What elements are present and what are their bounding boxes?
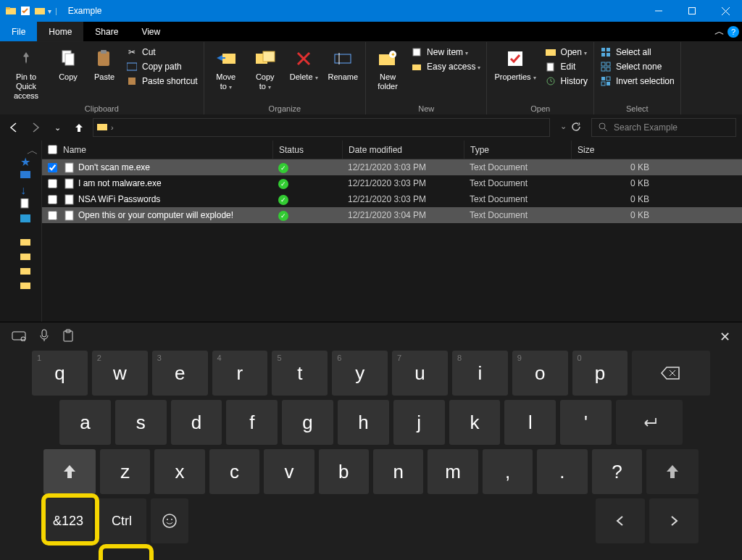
maximize-button[interactable]	[675, 0, 709, 22]
microphone-icon[interactable]	[39, 329, 49, 345]
key-k[interactable]: k	[449, 400, 501, 445]
row-checkbox[interactable]	[48, 211, 57, 220]
paste-button[interactable]: Paste	[88, 45, 120, 83]
key-f[interactable]: f	[226, 400, 278, 445]
key-m[interactable]: m	[428, 449, 478, 494]
key-l[interactable]: l	[504, 400, 556, 445]
quick-access-icon[interactable]: ★	[20, 155, 30, 165]
key-h[interactable]: h	[338, 400, 389, 445]
copy-path-button[interactable]: Copy path	[125, 61, 199, 72]
key-p[interactable]: 0p	[572, 351, 628, 396]
key-d[interactable]: d	[171, 400, 222, 445]
copy-button[interactable]: Copy	[52, 45, 84, 83]
delete-button[interactable]: Delete	[287, 45, 321, 84]
key-w[interactable]: 2w	[92, 351, 148, 396]
paste-shortcut-button[interactable]: Paste shortcut	[125, 75, 199, 87]
table-row[interactable]: Open this or your computer will explode!…	[42, 207, 742, 223]
search-box[interactable]: Search Example	[591, 118, 736, 137]
easy-access-button[interactable]: Easy access	[409, 61, 482, 72]
properties-button[interactable]: Properties	[491, 45, 538, 84]
new-folder-button[interactable]: ✦ New folder	[370, 45, 405, 93]
chevron-up-icon[interactable]: ︿	[27, 143, 37, 154]
key-b[interactable]: b	[319, 449, 369, 494]
key-u[interactable]: 7u	[392, 351, 448, 396]
key-n[interactable]: n	[373, 449, 423, 494]
key-q[interactable]: 1q	[32, 351, 88, 396]
key-v[interactable]: v	[264, 449, 314, 494]
table-row[interactable]: Don't scan me.exe ✓ 12/21/2020 3:03 PM T…	[42, 159, 742, 175]
table-row[interactable]: I am not malware.exe ✓ 12/21/2020 3:03 P…	[42, 175, 742, 191]
key-j[interactable]: j	[393, 400, 445, 445]
properties-icon[interactable]	[19, 4, 32, 17]
row-checkbox[interactable]	[48, 163, 57, 172]
key-.[interactable]: .	[537, 449, 587, 494]
history-button[interactable]: History	[543, 75, 589, 87]
column-name[interactable]: Name	[63, 145, 86, 155]
pictures-icon[interactable]	[20, 213, 30, 223]
column-status[interactable]: Status	[272, 141, 342, 159]
key-z[interactable]: z	[100, 449, 150, 494]
tab-home[interactable]: Home	[37, 22, 83, 41]
select-all-button[interactable]: Select all	[599, 46, 676, 58]
row-checkbox[interactable]	[48, 195, 57, 204]
breadcrumb-chevron-icon[interactable]: ›	[111, 123, 114, 132]
column-date[interactable]: Date modified	[342, 141, 464, 159]
tab-view[interactable]: View	[130, 22, 172, 41]
key-shift-left[interactable]	[43, 449, 96, 494]
key-c[interactable]: c	[209, 449, 259, 494]
copy-to-button[interactable]: Copy to	[248, 45, 283, 93]
clipboard-icon[interactable]	[62, 329, 74, 345]
keyboard-settings-icon[interactable]	[12, 330, 26, 344]
address-dropdown[interactable]: ⌄	[560, 122, 567, 134]
key-s[interactable]: s	[115, 400, 167, 445]
open-button[interactable]: Open	[543, 46, 589, 58]
recent-dropdown[interactable]: ⌄	[49, 120, 65, 135]
key-?[interactable]: ?	[592, 449, 642, 494]
folder-icon[interactable]	[20, 265, 30, 275]
row-checkbox[interactable]	[48, 179, 57, 188]
pin-quick-access-button[interactable]: Pin to Quick access	[4, 45, 48, 102]
key-enter[interactable]	[616, 400, 683, 445]
rename-button[interactable]: Rename	[325, 45, 362, 83]
key-x[interactable]: x	[154, 449, 204, 494]
forward-button[interactable]	[28, 120, 43, 135]
collapse-ribbon-icon[interactable]: ︿	[714, 25, 725, 38]
key-o[interactable]: 9o	[512, 351, 568, 396]
refresh-button[interactable]	[571, 122, 581, 134]
new-item-button[interactable]: New item	[409, 46, 482, 58]
address-bar[interactable]: ›	[93, 118, 550, 137]
minimize-button[interactable]	[642, 0, 675, 22]
key-g[interactable]: g	[282, 400, 333, 445]
close-keyboard-button[interactable]: ✕	[720, 329, 730, 345]
invert-selection-button[interactable]: Invert selection	[599, 75, 676, 87]
key-y[interactable]: 6y	[332, 351, 388, 396]
nav-pane[interactable]: ︿ ★ ↓	[0, 141, 42, 322]
key-e[interactable]: 3e	[152, 351, 208, 396]
folder-icon[interactable]	[20, 236, 30, 246]
key-ctrl[interactable]: Ctrl	[97, 498, 146, 543]
key-emoji[interactable]	[151, 498, 188, 543]
key-shift-right[interactable]	[646, 449, 699, 494]
edit-button[interactable]: Edit	[543, 61, 589, 72]
key-numsym[interactable]: &123	[43, 498, 93, 543]
column-size[interactable]: Size	[571, 141, 655, 159]
folder-icon[interactable]	[20, 280, 30, 290]
key-,[interactable]: ,	[483, 449, 533, 494]
select-all-checkbox[interactable]	[48, 145, 57, 154]
key-r[interactable]: 4r	[212, 351, 268, 396]
key-left-arrow[interactable]	[596, 498, 645, 543]
back-button[interactable]	[6, 120, 22, 135]
key-'[interactable]: '	[560, 400, 612, 445]
folder-icon[interactable]	[20, 251, 30, 261]
column-type[interactable]: Type	[464, 141, 571, 159]
select-none-button[interactable]: Select none	[599, 61, 676, 72]
table-row[interactable]: NSA WiFi Passwords ✓ 12/21/2020 3:03 PM …	[42, 191, 742, 207]
tab-share[interactable]: Share	[83, 22, 130, 41]
move-to-button[interactable]: Move to	[209, 45, 243, 93]
downloads-icon[interactable]: ↓	[20, 184, 30, 194]
close-button[interactable]	[709, 0, 742, 22]
cut-button[interactable]: ✂Cut	[125, 46, 199, 58]
key-backspace[interactable]	[632, 351, 710, 396]
key-i[interactable]: 8i	[452, 351, 508, 396]
up-button[interactable]	[71, 120, 87, 135]
